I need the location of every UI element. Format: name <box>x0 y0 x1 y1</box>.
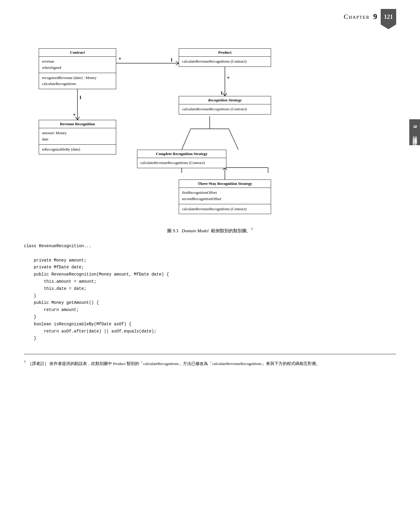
uml-box-complete: Complete Recognition Strategy calculateR… <box>137 150 226 168</box>
complete-methods: calculateRevenueRecognitions (Contract) <box>137 158 226 168</box>
badge-number: 121 <box>384 13 393 20</box>
threeway-attributes: firstRecognitionOffsetsecondRecognitionO… <box>179 188 271 204</box>
side-tab-text: 領域邏輯模式 <box>412 132 418 139</box>
threeway-methods: calculateRevenueRecognitions (Contract) <box>179 204 271 214</box>
revenue-attributes: amount: Moneydate <box>39 128 116 145</box>
page-header: Chapter 9 121 <box>0 0 420 27</box>
chapter-number: 9 <box>373 12 377 21</box>
uml-box-threeway: Three-Way Recognition Strategy firstReco… <box>179 180 271 214</box>
main-content: * 1 1 * * 1 <box>0 27 420 379</box>
figure-footnote-ref: 7 <box>251 227 253 231</box>
svg-text:*: * <box>227 76 230 82</box>
svg-text:1: 1 <box>79 95 82 100</box>
figure-italic: Domain Model <box>182 228 209 233</box>
threeway-title: Three-Way Recognition Strategy <box>179 180 271 188</box>
svg-text:*: * <box>73 113 76 119</box>
svg-text:1: 1 <box>170 57 173 62</box>
figure-caption: 圖 9.3 Domain Model 範例類別的類別圖。7 <box>24 227 396 234</box>
side-tab-number: 9 <box>412 125 418 129</box>
contract-title: Contract <box>39 49 116 57</box>
svg-text:1: 1 <box>220 90 223 95</box>
side-tab: 9 領域邏輯模式 <box>409 119 420 145</box>
footnote-text: ［譯者註］ 依作者提供的勘誤表，此類別圖中 Product 類別的「calcul… <box>28 361 320 366</box>
figure-description: 範例類別的類別圖。 <box>211 228 251 233</box>
uml-box-contract: Contract revenuewhenSigned recognizedRev… <box>39 48 116 89</box>
complete-title: Complete Recognition Strategy <box>137 150 226 158</box>
footnote-number: 7 <box>24 360 26 364</box>
product-methods: calculateRevenueRecognitions (Contract) <box>179 57 271 66</box>
uml-diagram: * 1 1 * * 1 <box>24 36 396 221</box>
uml-box-strategy: Recognition Strategy calculateRevenueRec… <box>179 96 271 115</box>
svg-line-9 <box>182 129 191 150</box>
strategy-methods: calculateRevenueRecognitions (Contract) <box>179 104 271 114</box>
contract-attributes: revenuewhenSigned <box>39 57 116 73</box>
chapter-badge: 121 <box>381 9 396 24</box>
chapter-label: Chapter <box>344 13 370 21</box>
revenue-methods: isRecognizableBy (date) <box>39 145 116 154</box>
contract-methods: recognizedRevenue (date) : Moneycalculat… <box>39 73 116 89</box>
product-title: Product <box>179 49 271 57</box>
figure-label: 圖 9.3 Domain Model 範例類別的類別圖。7 <box>167 228 253 233</box>
strategy-title: Recognition Strategy <box>179 96 271 104</box>
svg-text:*: * <box>119 57 121 63</box>
svg-line-10 <box>229 129 238 150</box>
revenue-title: Revenue Recognition <box>39 120 116 128</box>
footnote-area: 7 ［譯者註］ 依作者提供的勘誤表，此類別圖中 Product 類別的「calc… <box>24 354 396 367</box>
uml-box-revenue: Revenue Recognition amount: Moneydate is… <box>39 120 116 154</box>
code-block: class RevenueRecognition... private Mone… <box>24 243 396 342</box>
uml-box-product: Product calculateRevenueRecognitions (Co… <box>179 48 271 67</box>
